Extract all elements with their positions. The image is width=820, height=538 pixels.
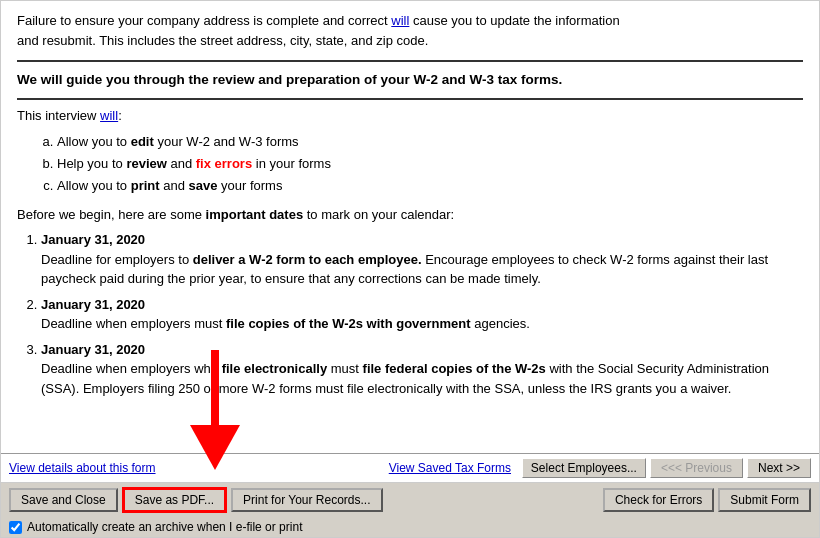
list-item-edit: Allow you to edit your W-2 and W-3 forms — [57, 131, 803, 153]
archive-checkbox[interactable] — [9, 521, 22, 534]
date-item-2: January 31, 2020 Deadline when employers… — [41, 295, 803, 334]
check-errors-button[interactable]: Check for Errors — [603, 488, 714, 512]
date-item-1: January 31, 2020 Deadline for employers … — [41, 230, 803, 289]
intro-text: This interview will: — [17, 106, 803, 127]
bottom-links-row: View details about this form View Saved … — [1, 454, 819, 483]
right-buttons: Check for Errors Submit Form — [603, 488, 811, 512]
save-pdf-button[interactable]: Save as PDF... — [122, 487, 227, 513]
interview-list: Allow you to edit your W-2 and W-3 forms… — [57, 131, 803, 197]
view-saved-link[interactable]: View Saved Tax Forms — [389, 461, 511, 475]
divider-2 — [17, 98, 803, 100]
nav-section: Select Employees... <<< Previous Next >> — [522, 458, 811, 478]
archive-label: Automatically create an archive when I e… — [27, 520, 302, 534]
submit-form-button[interactable]: Submit Form — [718, 488, 811, 512]
save-close-button[interactable]: Save and Close — [9, 488, 118, 512]
main-container: Failure to ensure your company address i… — [0, 0, 820, 538]
content-area: Failure to ensure your company address i… — [1, 1, 819, 454]
will-link[interactable]: will — [391, 13, 409, 28]
select-employees-button[interactable]: Select Employees... — [522, 458, 646, 478]
warning-text: Failure to ensure your company address i… — [17, 11, 803, 50]
view-details-link[interactable]: View details about this form — [9, 461, 156, 475]
dates-list: January 31, 2020 Deadline for employers … — [41, 230, 803, 398]
date-item-3: January 31, 2020 Deadline when employers… — [41, 340, 803, 399]
important-dates-intro: Before we begin, here are some important… — [17, 205, 803, 226]
divider-1 — [17, 60, 803, 62]
section-title: We will guide you through the review and… — [17, 70, 803, 90]
print-records-button[interactable]: Print for Your Records... — [231, 488, 382, 512]
bottom-buttons-row: Save and Close Save as PDF... Print for … — [1, 483, 819, 517]
list-item-review: Help you to review and fix errors in you… — [57, 153, 803, 175]
list-item-print: Allow you to print and save your forms — [57, 175, 803, 197]
next-button[interactable]: Next >> — [747, 458, 811, 478]
previous-button[interactable]: <<< Previous — [650, 458, 743, 478]
checkbox-row: Automatically create an archive when I e… — [1, 517, 819, 537]
